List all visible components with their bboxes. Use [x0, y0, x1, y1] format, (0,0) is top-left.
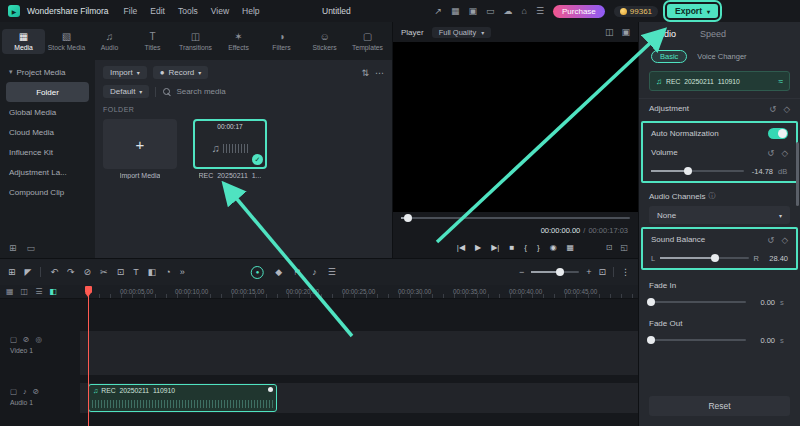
tab-filters[interactable]: ◑Filters [260, 29, 303, 54]
menu-help[interactable]: Help [242, 6, 259, 16]
link-clips-icon[interactable]: ◫ [21, 287, 29, 296]
manage-tracks-icon[interactable]: ▦ [6, 287, 14, 296]
previous-frame-icon[interactable]: |◀ [457, 243, 465, 252]
mute-track-icon[interactable]: ⊘ [33, 387, 39, 396]
view-dropdown[interactable]: Default▾ [103, 85, 149, 98]
cloud-icon[interactable]: ☁ [504, 6, 513, 16]
pointer-tool-icon[interactable]: ◤ [25, 267, 32, 277]
sidebar-item-cloud-media[interactable]: Cloud Media [0, 122, 95, 142]
fade-in-slider[interactable] [649, 297, 746, 307]
playhead[interactable] [88, 286, 89, 426]
track-list-icon[interactable]: ☰ [35, 287, 42, 296]
reset-button[interactable]: Reset [649, 396, 790, 416]
mark-in-icon[interactable]: { [524, 243, 527, 252]
home-icon[interactable]: ⌂ [522, 6, 527, 16]
grid-icon[interactable]: ▦ [567, 243, 575, 252]
tab-templates[interactable]: ▢Templates [346, 29, 389, 54]
fade-out-slider[interactable] [649, 335, 746, 345]
crop-tool-icon[interactable]: ⊡ [117, 267, 125, 277]
menu-edit[interactable]: Edit [150, 6, 165, 16]
share-icon[interactable]: ↗ [434, 6, 442, 16]
selected-clip-card[interactable]: ♫ REC_20250211_110910 ≈ [649, 71, 790, 91]
zoom-out-icon[interactable]: − [519, 267, 524, 277]
auto-normalization-toggle[interactable] [768, 128, 788, 139]
tab-media[interactable]: ▦Media [2, 29, 45, 54]
fullscreen-icon[interactable]: ◱ [620, 243, 628, 252]
tab-titles[interactable]: TTitles [131, 29, 174, 54]
mute-track-icon[interactable]: ⊘ [23, 335, 29, 344]
sidebar-item-folder[interactable]: Folder [6, 82, 89, 102]
purchase-button[interactable]: Purchase [553, 5, 605, 18]
subtab-voice-changer[interactable]: Voice Changer [697, 52, 746, 61]
marker-icon[interactable]: ⚑ [293, 267, 301, 277]
video-track-lane[interactable] [80, 331, 638, 375]
snapshot-icon[interactable]: ◉ [550, 243, 557, 252]
stop-icon[interactable]: ■ [509, 243, 514, 252]
timeline-audio-clip[interactable]: ♫ REC_20250211_110910 [88, 384, 277, 412]
fit-timeline-icon[interactable]: ⊡ [598, 267, 606, 277]
device-icon[interactable]: ▭ [486, 6, 495, 16]
quality-dropdown[interactable]: Full Quality▾ [432, 27, 492, 38]
audio-clip-tile[interactable]: 00:00:17 ♫ ✓ REC_20250211_1... [193, 119, 267, 179]
next-frame-icon[interactable]: ▶| [491, 243, 499, 252]
menu-tools[interactable]: Tools [178, 6, 198, 16]
zoom-in-icon[interactable]: + [586, 267, 591, 277]
record-voiceover-icon[interactable]: ● [251, 266, 264, 279]
tab-speed[interactable]: Speed [700, 29, 726, 39]
tab-effects[interactable]: ✶Effects [217, 29, 260, 54]
mixer-icon[interactable]: ☰ [328, 267, 336, 277]
track-options-icon[interactable]: ▢ [10, 335, 17, 344]
audio-track-icon[interactable]: ♪ [23, 387, 27, 396]
timeline-menu-icon[interactable]: ⋮ [621, 267, 630, 277]
reset-balance-icon[interactable]: ↺ [767, 235, 774, 245]
menu-view[interactable]: View [211, 6, 229, 16]
menu-icon[interactable]: ☰ [536, 6, 544, 16]
mark-out-icon[interactable]: } [537, 243, 540, 252]
split-view-icon[interactable]: ◫ [605, 27, 614, 37]
redo-icon[interactable]: ↷ [67, 267, 75, 277]
more-tools-icon[interactable]: » [180, 267, 185, 277]
filter-icon[interactable]: ⇅ [361, 68, 369, 78]
seek-slider[interactable] [401, 213, 630, 223]
tab-stickers[interactable]: ☺Stickers [303, 29, 346, 54]
mic-icon[interactable]: ♪ [312, 267, 317, 277]
tab-stock-media[interactable]: ▧Stock Media [45, 29, 88, 54]
export-button[interactable]: Export ▾ [667, 4, 718, 18]
undo-icon[interactable]: ↶ [50, 267, 58, 277]
split-icon[interactable]: ✂ [100, 267, 108, 277]
more-icon[interactable]: ⋯ [375, 68, 384, 78]
playhead-handle[interactable] [85, 286, 92, 293]
tab-audio[interactable]: ♫Audio [88, 29, 131, 54]
search-input[interactable]: Search media [162, 87, 384, 96]
audio-channels-dropdown[interactable]: None ▾ [649, 206, 790, 224]
delete-icon[interactable]: ⊘ [84, 267, 92, 277]
zoom-slider[interactable] [531, 267, 579, 277]
text-tool-icon[interactable]: T [133, 267, 139, 277]
balance-slider[interactable] [660, 253, 748, 263]
import-media-tile[interactable]: + Import Media [103, 119, 177, 179]
import-tile-box[interactable]: + [103, 119, 177, 169]
snap-icon[interactable]: ⊞ [8, 267, 16, 277]
subtab-basic[interactable]: Basic [651, 50, 687, 63]
hide-track-icon[interactable]: ◎ [35, 335, 42, 344]
balance-keyframe-icon[interactable]: ◇ [781, 235, 788, 245]
tab-transitions[interactable]: ◫Transitions [174, 29, 217, 54]
coin-balance[interactable]: 99361 [614, 6, 658, 17]
keyframe-icon[interactable]: ◇ [783, 104, 790, 114]
new-folder-icon[interactable]: ⊞ [9, 243, 17, 253]
reset-volume-icon[interactable]: ↺ [767, 148, 774, 158]
volume-keyframe-icon[interactable]: ◇ [781, 148, 788, 158]
clip-tile-box[interactable]: 00:00:17 ♫ ✓ [193, 119, 267, 169]
layout-icon[interactable]: ▦ [451, 6, 460, 16]
sidebar-item-compound-clip[interactable]: Compound Clip [0, 182, 95, 202]
reset-section-icon[interactable]: ↺ [769, 104, 776, 114]
screen-record-icon[interactable]: ▣ [468, 6, 477, 16]
volume-slider[interactable] [651, 166, 744, 176]
sidebar-item-global-media[interactable]: Global Media [0, 102, 95, 122]
keyframe-icon[interactable]: ◆ [275, 267, 282, 277]
video-preview[interactable] [393, 42, 638, 212]
speed-tool-icon[interactable]: ◔ [165, 267, 170, 277]
mask-tool-icon[interactable]: ◧ [148, 267, 157, 277]
menu-file[interactable]: File [124, 6, 138, 16]
sidebar-item-influence-kit[interactable]: Influence Kit [0, 142, 95, 162]
